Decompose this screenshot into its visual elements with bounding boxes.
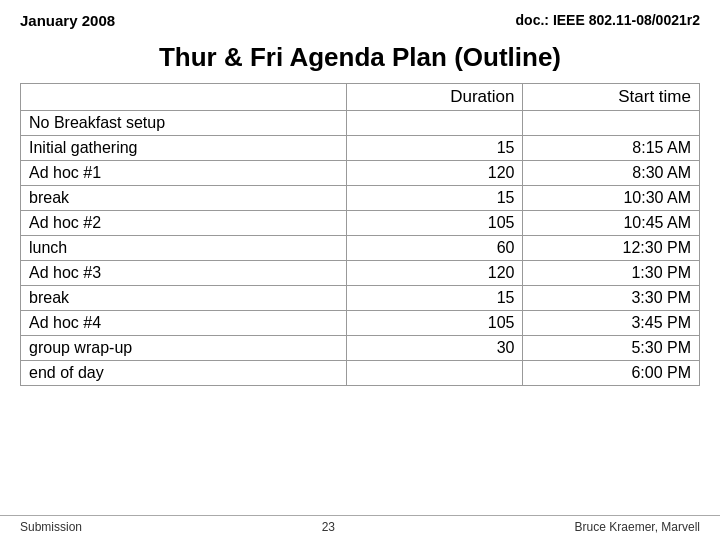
cell-duration: 15: [346, 286, 523, 311]
footer-left: Submission: [20, 520, 82, 534]
cell-duration: [346, 111, 523, 136]
cell-item: lunch: [21, 236, 347, 261]
cell-item: Ad hoc #4: [21, 311, 347, 336]
cell-item: group wrap-up: [21, 336, 347, 361]
cell-item: break: [21, 286, 347, 311]
col-header-duration: Duration: [346, 84, 523, 111]
cell-duration: 120: [346, 161, 523, 186]
cell-item: Ad hoc #3: [21, 261, 347, 286]
table-row: Ad hoc #31201:30 PM: [21, 261, 700, 286]
cell-item: No Breakfast setup: [21, 111, 347, 136]
cell-start: 10:30 AM: [523, 186, 700, 211]
page-title: Thur & Fri Agenda Plan (Outline): [0, 42, 720, 73]
cell-start: [523, 111, 700, 136]
cell-start: 8:15 AM: [523, 136, 700, 161]
cell-item: Ad hoc #1: [21, 161, 347, 186]
cell-item: Initial gathering: [21, 136, 347, 161]
table-row: Ad hoc #11208:30 AM: [21, 161, 700, 186]
table-row: Ad hoc #41053:45 PM: [21, 311, 700, 336]
col-header-start: Start time: [523, 84, 700, 111]
footer-center: 23: [322, 520, 335, 534]
table-row: group wrap-up305:30 PM: [21, 336, 700, 361]
cell-duration: 105: [346, 311, 523, 336]
table-row: Ad hoc #210510:45 AM: [21, 211, 700, 236]
table-row: break153:30 PM: [21, 286, 700, 311]
cell-duration: 60: [346, 236, 523, 261]
agenda-table-wrapper: Duration Start time No Breakfast setupIn…: [20, 83, 700, 386]
cell-start: 1:30 PM: [523, 261, 700, 286]
cell-start: 10:45 AM: [523, 211, 700, 236]
cell-item: Ad hoc #2: [21, 211, 347, 236]
table-row: break1510:30 AM: [21, 186, 700, 211]
footer-right: Bruce Kraemer, Marvell: [575, 520, 700, 534]
cell-duration: 30: [346, 336, 523, 361]
cell-item: end of day: [21, 361, 347, 386]
cell-duration: [346, 361, 523, 386]
table-header-row: Duration Start time: [21, 84, 700, 111]
cell-start: 3:30 PM: [523, 286, 700, 311]
table-row: lunch6012:30 PM: [21, 236, 700, 261]
footer: Submission 23 Bruce Kraemer, Marvell: [0, 515, 720, 534]
cell-duration: 15: [346, 136, 523, 161]
cell-item: break: [21, 186, 347, 211]
cell-duration: 120: [346, 261, 523, 286]
cell-duration: 105: [346, 211, 523, 236]
table-row: No Breakfast setup: [21, 111, 700, 136]
cell-duration: 15: [346, 186, 523, 211]
agenda-table: Duration Start time No Breakfast setupIn…: [20, 83, 700, 386]
table-row: Initial gathering158:15 AM: [21, 136, 700, 161]
cell-start: 5:30 PM: [523, 336, 700, 361]
cell-start: 3:45 PM: [523, 311, 700, 336]
cell-start: 6:00 PM: [523, 361, 700, 386]
header-left: January 2008: [20, 12, 115, 29]
cell-start: 8:30 AM: [523, 161, 700, 186]
cell-start: 12:30 PM: [523, 236, 700, 261]
header-right: doc.: IEEE 802.11-08/0021r2: [516, 12, 700, 28]
table-row: end of day6:00 PM: [21, 361, 700, 386]
col-header-item: [21, 84, 347, 111]
